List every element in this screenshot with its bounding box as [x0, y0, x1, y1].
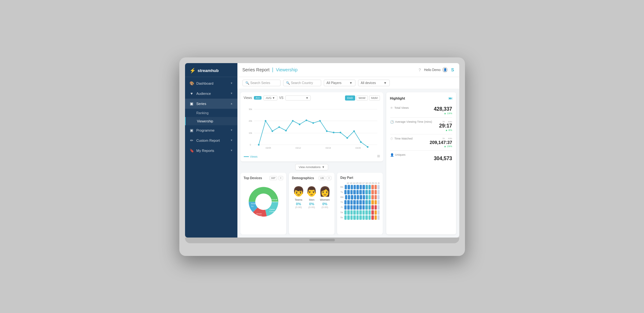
- men-pct: 0%: [306, 202, 317, 206]
- heatmap-cell: [377, 210, 380, 215]
- women-pct: 0%: [319, 202, 331, 206]
- heatmap-cell: [344, 210, 347, 215]
- demographics-label: Demographics: [292, 176, 314, 180]
- dod-button[interactable]: DoD: [345, 95, 355, 101]
- demographics-title: Demographics UB ≡: [292, 176, 331, 180]
- imp-badge[interactable]: IMP: [269, 176, 277, 180]
- svg-point-22: [326, 130, 328, 132]
- heatmap-cell: [360, 185, 362, 189]
- devices-menu-icon[interactable]: ≡: [278, 176, 283, 180]
- skip-icon[interactable]: ⏭: [448, 96, 452, 101]
- ub-badge[interactable]: UB: [319, 176, 326, 180]
- tw-hr-unit: hr: [442, 137, 445, 140]
- user-menu[interactable]: Hello Demo 👤: [424, 67, 448, 73]
- annotations-button[interactable]: View Annotations ▼: [295, 164, 328, 170]
- ann-badge[interactable]: Ann: [254, 96, 262, 100]
- wow-button[interactable]: WoW: [356, 95, 368, 101]
- heatmap-cell: [350, 200, 353, 205]
- svg-point-28: [367, 146, 368, 147]
- heatmap-cell: [345, 185, 347, 189]
- heatmap-cell: [375, 190, 377, 194]
- heatmap-cell: [371, 205, 374, 210]
- players-select[interactable]: All Players ▼: [324, 80, 355, 86]
- avg-chevron: ▼: [272, 96, 275, 100]
- heatmap-cell: [357, 195, 359, 199]
- page-title-main: Series Report: [242, 67, 270, 72]
- players-chevron: ▼: [349, 81, 353, 85]
- heatmap-cell: [347, 190, 349, 194]
- sidebar-item-series[interactable]: ▣ Series ▲: [185, 99, 237, 109]
- heatmap-day-label: Sa: [340, 211, 344, 213]
- top-header: Series Report | Viewership ? Hello Demo …: [237, 63, 459, 77]
- sidebar-item-my-reports[interactable]: 🔖 My Reports ▼: [185, 146, 237, 156]
- viewership-label: Viewership: [197, 119, 213, 123]
- search-country-input[interactable]: 🔍 Search Country: [283, 80, 321, 86]
- avg-button[interactable]: AVG ▼: [263, 95, 277, 101]
- teens-sub: (0.00): [293, 206, 304, 209]
- breadcrumb: Series Report | Viewership: [242, 67, 298, 73]
- vs-select[interactable]: ▼: [285, 95, 311, 101]
- heatmap-cell: [377, 205, 380, 210]
- svg-point-19: [305, 119, 307, 121]
- heatmap-day-label: Tu: [340, 191, 344, 193]
- sidebar-item-programme[interactable]: ▣ Programme ▼: [185, 125, 237, 135]
- heatmap-row: Su: [340, 215, 380, 220]
- heatmap-cell: [344, 200, 347, 205]
- heatmap-hour-label: 14: [353, 182, 355, 184]
- heatmap-row: We: [340, 195, 380, 199]
- svg-point-25: [346, 137, 348, 139]
- svg-point-21: [319, 120, 321, 121]
- uniques-num: 304,573: [434, 153, 452, 161]
- sidebar-sub-ranking[interactable]: Ranking: [185, 109, 237, 117]
- top-devices-label: Top Devices: [244, 176, 262, 180]
- search-country-placeholder: Search Country: [291, 81, 313, 85]
- svg-point-13: [265, 120, 266, 121]
- sidebar-item-dashboard[interactable]: 🎨 Dashboard ▼: [185, 78, 237, 88]
- heatmap-cell: [365, 205, 368, 210]
- heatmap-cell: [362, 215, 365, 220]
- legend-label: Views: [250, 155, 258, 158]
- mom-button[interactable]: MoM: [369, 95, 380, 101]
- heatmap-day-label: Mo: [340, 186, 344, 188]
- heatmap-cell: [371, 185, 374, 189]
- heatmap-cell: [347, 205, 349, 210]
- help-icon[interactable]: ?: [419, 68, 421, 72]
- header-right: ? Hello Demo 👤 S: [419, 67, 454, 73]
- annotations-label: View Annotations: [299, 166, 321, 169]
- sidebar-item-custom-report[interactable]: ✏ Custom Report ▼: [185, 135, 237, 146]
- custom-report-icon: ✏: [189, 138, 194, 143]
- devices-select[interactable]: All devices ▼: [358, 80, 390, 86]
- svg-text:03/26: 03/26: [355, 147, 361, 149]
- bottom-cards: Top Devices IMP ≡: [241, 173, 383, 234]
- svg-point-15: [278, 126, 280, 128]
- sidebar-sub-viewership[interactable]: Viewership: [185, 117, 237, 125]
- avatar: 👤: [442, 67, 448, 73]
- heatmap-cell: [365, 210, 368, 215]
- search-series-input[interactable]: 🔍 Search Series: [242, 80, 281, 86]
- players-label: All Players: [327, 81, 342, 85]
- heatmap-cell: [375, 200, 377, 205]
- heatmap-row: Th: [340, 200, 380, 205]
- heatmap-cell: [360, 195, 362, 199]
- heatmap-day-label: We: [340, 196, 344, 198]
- uniques-label: Uniques: [395, 153, 406, 156]
- svg-text:Game: Game: [269, 208, 275, 210]
- sidebar-item-label-dashboard: Dashboard: [196, 82, 214, 85]
- svg-text:phone: phone: [256, 214, 262, 217]
- avg-time-label: Average Viewing Time (mins): [395, 120, 432, 123]
- heatmap-hour-label: 20: [372, 182, 374, 184]
- chart-type-icon[interactable]: ▦: [377, 154, 380, 158]
- heatmap-cell: [351, 185, 353, 189]
- heatmap-cell: [348, 185, 350, 189]
- svg-text:Smart: Smart: [251, 202, 256, 205]
- min-unit: min: [448, 120, 452, 123]
- heatmap-day-label: Th: [340, 201, 344, 203]
- demo-menu-icon[interactable]: ≡: [327, 176, 331, 180]
- content-area: Views Ann AVG ▼ VS ▼: [237, 89, 459, 238]
- vs-label: VS: [279, 96, 283, 100]
- sidebar-item-audience[interactable]: ♥ Audience ▼: [185, 88, 237, 99]
- teens-label: Teens: [293, 198, 304, 201]
- heatmap-header: 121314151617181920212223: [340, 182, 380, 184]
- heatmap-cell: [345, 195, 347, 199]
- heatmap-cell: [344, 190, 347, 194]
